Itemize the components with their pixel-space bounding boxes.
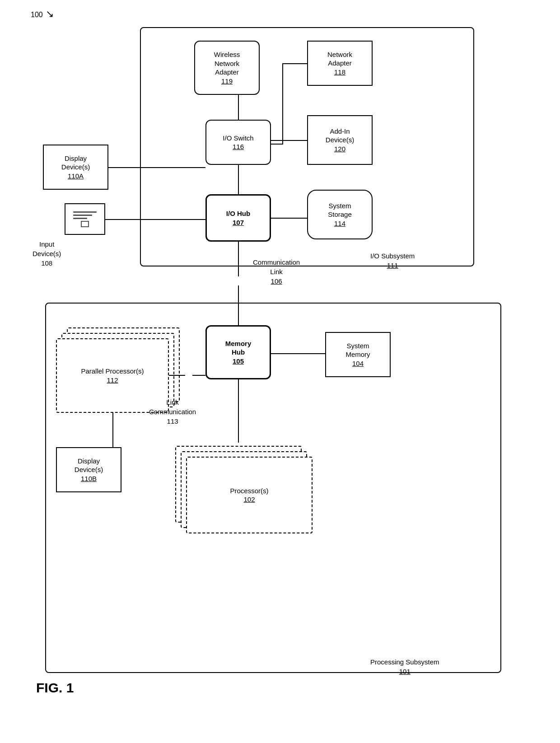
input-device-label: Input Device(s) 108 [33, 239, 61, 268]
line-network-v [282, 63, 283, 145]
addin-device-box: Add-In Device(s) 120 [307, 115, 373, 165]
line-switch-to-hub [238, 165, 239, 194]
memory-hub-box: Memory Hub 105 [205, 325, 271, 379]
line-network-h2 [271, 144, 283, 145]
ref-100-label: 100 ↘ [31, 8, 54, 20]
line-network-to-switch [282, 63, 307, 64]
comm-link-label: Communication Link 106 [253, 257, 300, 286]
io-subsystem-label: I/O Subsystem 111 [370, 251, 415, 270]
wireless-adapter-box: Wireless Network Adapter 119 [194, 41, 260, 95]
system-memory-box: System Memory 104 [325, 332, 391, 377]
line-input-to-hub [105, 219, 205, 220]
line-parallel-to-display-b [112, 413, 113, 447]
line-display-a-to-hub [108, 167, 205, 168]
line-hub-to-storage [271, 218, 307, 219]
system-storage-box: System Storage 114 [307, 190, 373, 239]
line-memory-hub-to-sys-mem [271, 353, 325, 354]
input-device-icon [65, 203, 105, 235]
io-switch-box: I/O Switch 116 [205, 120, 271, 165]
line-switch-to-addin [271, 140, 307, 141]
display-device-a-box: Display Device(s) 110A [43, 145, 108, 190]
network-adapter-box: Network Adapter 118 [307, 41, 373, 86]
comm-link-break [235, 276, 242, 285]
processor-box: Processor(s) 102 [186, 457, 313, 533]
link-comm-break [185, 371, 192, 379]
diagram-container: 100 ↘ I/O Subsystem 111 Wireless Network… [0, 0, 560, 714]
link-comm-label: Link Communication 113 [149, 397, 196, 426]
line-wireless-to-switch [238, 95, 239, 120]
io-hub-box: I/O Hub 107 [205, 194, 271, 242]
processing-subsystem-label: Processing Subsystem 101 [370, 657, 439, 676]
display-device-b-box: Display Device(s) 110B [56, 447, 121, 492]
line-memory-hub-to-proc [238, 379, 239, 443]
fig-label: FIG. 1 [36, 680, 74, 696]
line-comm-to-memory-hub [238, 285, 239, 325]
